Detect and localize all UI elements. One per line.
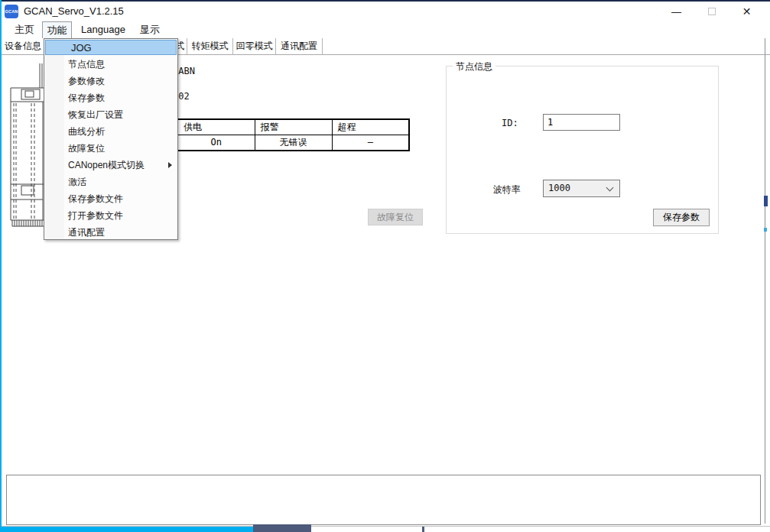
menu-item-param-modify[interactable]: 参数修改 [44,73,177,89]
menu-item-jog[interactable]: JOG [45,40,177,55]
menu-item-node-info[interactable]: 节点信息 [44,56,177,73]
menu-item-open-param-file[interactable]: 打开参数文件 [44,207,177,224]
close-button[interactable]: ✕ [729,2,764,21]
table-row: On 无错误 — [177,135,409,151]
menu-item-label: CANopen模式切换 [68,160,145,170]
status-header-alarm: 报警 [255,119,332,135]
save-params-button[interactable]: 保存参数 [653,209,710,226]
menu-language[interactable]: Language [76,21,130,38]
background-taskbar-item [253,524,311,532]
background-window-edge [765,23,765,524]
menu-item-fault-reset[interactable]: 故障复位 [44,140,177,157]
maximize-icon [708,8,716,15]
baudrate-label: 波特率 [493,183,521,196]
background-taskbar-strip [0,527,254,532]
background-taskbar-fragment [422,527,424,532]
menu-item-canopen-mode-switch[interactable]: CANopen模式切换 [44,157,177,174]
window-top-border [0,0,770,2]
status-value-overtravel: — [332,135,409,151]
baudrate-value: 1000 [548,183,570,193]
minimize-button[interactable]: — [659,2,694,21]
tab-torque-mode[interactable]: 转矩模式 [187,38,233,54]
submenu-arrow-icon [168,162,172,168]
maximize-button[interactable] [694,2,729,21]
status-table: 供电 报警 超程 On 无错误 — [177,118,410,151]
status-header-overtravel: 超程 [332,119,409,135]
menu-item-comm-config[interactable]: 通讯配置 [44,224,177,241]
window-title: GCAN_Servo_V1.2.15 [24,5,124,17]
menu-item-activate[interactable]: 激活 [44,174,177,190]
menu-item-curve-analysis[interactable]: 曲线分析 [44,123,177,140]
tab-homing-mode[interactable]: 回零模式 [233,38,276,54]
title-bar: GCAN GCAN_Servo_V1.2.15 — ✕ [0,2,770,21]
node-info-group: 节点信息 ID: 波特率 1000 保存参数 [446,66,719,234]
menu-item-save-params[interactable]: 保存参数 [44,89,177,106]
menu-function[interactable]: 功能 [42,21,72,38]
tab-device-info[interactable]: 设备信息 [2,38,45,54]
app-icon: GCAN [5,5,18,18]
id-label: ID: [502,118,518,128]
menu-item-save-param-file[interactable]: 保存参数文件 [44,190,177,207]
device-drawing [6,60,46,231]
menu-bar: 主页 功能 Language 显示 [0,21,770,38]
log-output-box[interactable] [6,475,761,525]
status-header-power: 供电 [177,119,255,135]
background-window-left-edge [0,0,2,532]
id-input[interactable] [543,114,620,131]
function-dropdown-menu: JOG 节点信息 参数修改 保存参数 恢复出厂设置 曲线分析 故障复位 CANo… [44,38,178,240]
tab-comm-config[interactable]: 通讯配置 [276,38,323,54]
menu-display[interactable]: 显示 [135,21,165,38]
chevron-down-icon [606,184,614,192]
baudrate-select[interactable]: 1000 [543,180,620,197]
status-value-power: On [177,135,255,151]
menu-item-factory-reset[interactable]: 恢复出厂设置 [44,106,177,123]
background-window-fragment [764,228,767,232]
fault-reset-button[interactable]: 故障复位 [368,209,423,225]
menu-home[interactable]: 主页 [9,21,40,38]
background-window-fragment [764,196,768,206]
node-info-group-title: 节点信息 [453,60,495,73]
status-value-alarm: 无错误 [255,135,332,151]
